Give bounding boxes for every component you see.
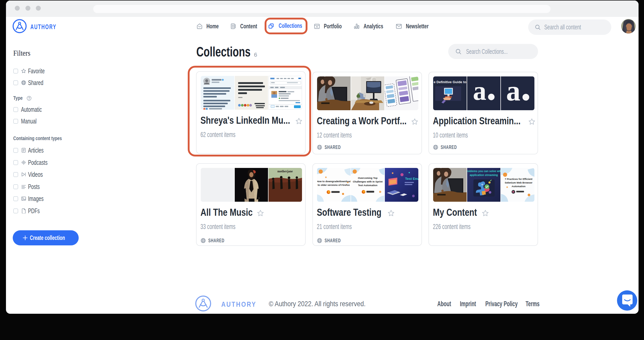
svg-text:a: a [473, 76, 486, 106]
svg-text:to older versions of Firefox: to older versions of Firefox [318, 184, 350, 186]
svg-text:Test Automation: Test Automation [358, 184, 377, 187]
svg-text:Selenium Web Browser: Selenium Web Browser [505, 181, 533, 184]
svg-text:7 Practices for Efficient: 7 Practices for Efficient [505, 178, 533, 180]
svg-text:Challenges with In Sprint: Challenges with In Sprint [353, 180, 383, 183]
svg-text:roblems you can solve wit: roblems you can solve wit [467, 169, 501, 173]
svg-text:motherjane: motherjane [278, 169, 293, 173]
svg-text:Automation: Automation [512, 185, 526, 188]
svg-text:How to downgrade/download: How to downgrade/download [317, 180, 351, 183]
svg-text:Overcoming Top: Overcoming Top [358, 176, 378, 179]
svg-text:a: a [506, 76, 520, 107]
svg-text:Test Envi: Test Envi [405, 177, 418, 181]
svg-text:application streaming: application streaming [469, 173, 498, 176]
svg-text:e Definitive Guide to D: e Definitive Guide to D [434, 80, 467, 84]
